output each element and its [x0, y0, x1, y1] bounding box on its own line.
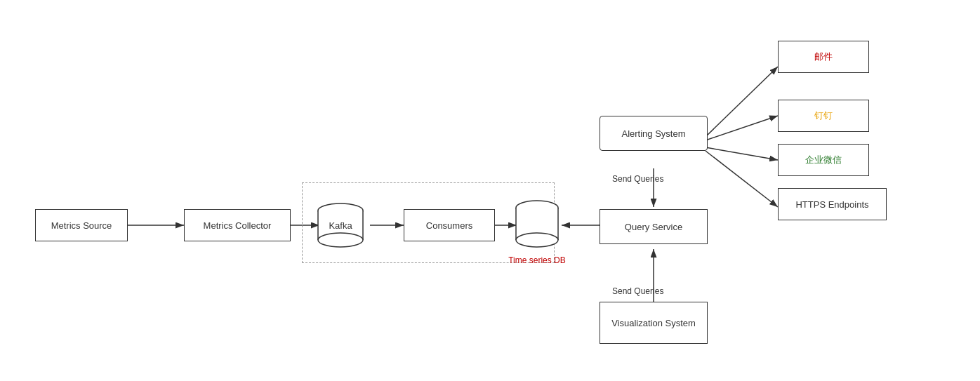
email-box: 邮件: [778, 41, 869, 73]
visualization-system-box: Visualization System: [600, 302, 708, 344]
send-queries-top-label: Send Queries: [612, 174, 663, 184]
svg-line-9: [706, 147, 778, 160]
metrics-collector-box: Metrics Collector: [184, 209, 291, 241]
dingtalk-box: 钉钉: [778, 100, 869, 132]
metrics-collector-label: Metrics Collector: [204, 220, 272, 231]
svg-line-8: [706, 116, 778, 140]
consumers-label: Consumers: [426, 220, 472, 231]
alerting-system-label: Alerting System: [621, 128, 685, 139]
metrics-source-label: Metrics Source: [51, 220, 112, 231]
svg-line-10: [706, 151, 778, 207]
alerting-system-box: Alerting System: [600, 116, 708, 151]
visualization-system-label: Visualization System: [611, 318, 696, 328]
wechat-label: 企业微信: [805, 154, 842, 166]
timeseries-db-label: Time series DB: [505, 255, 569, 265]
kafka-node: Kafka: [312, 198, 369, 253]
kafka-label: Kafka: [329, 220, 352, 231]
query-service-box: Query Service: [600, 209, 708, 244]
svg-point-16: [318, 233, 363, 247]
metrics-source-box: Metrics Source: [35, 209, 128, 241]
architecture-diagram: Metrics Source Metrics Collector Kafka C…: [0, 0, 980, 381]
email-label: 邮件: [814, 51, 833, 63]
wechat-box: 企业微信: [778, 144, 869, 176]
https-endpoints-box: HTTPS Endpoints: [778, 188, 887, 220]
dingtalk-label: 钉钉: [814, 109, 833, 122]
svg-point-21: [516, 233, 558, 247]
svg-line-7: [706, 67, 778, 137]
timeseries-db-node: Time series DB: [512, 198, 562, 257]
send-queries-bottom-label: Send Queries: [612, 286, 663, 296]
query-service-label: Query Service: [625, 222, 682, 232]
consumers-box: Consumers: [404, 209, 495, 241]
https-endpoints-label: HTTPS Endpoints: [795, 199, 868, 210]
